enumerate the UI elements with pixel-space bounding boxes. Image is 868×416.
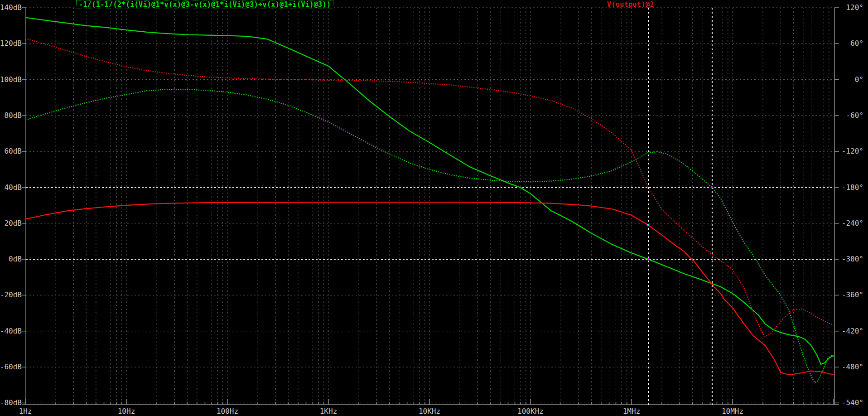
plot-canvas[interactable]: 140dB120dB100dB80dB60dB40dB20dB0dB-20dB-… [0,0,868,416]
y-left-label: 0dB [9,255,22,263]
x-axis-label: 100Hz [217,407,238,416]
waveform-viewer: 140dB120dB100dB80dB60dB40dB20dB0dB-20dB-… [0,0,868,416]
y-right-label: -240° [842,219,863,227]
cursor-intersection-marker [647,258,649,260]
y-right-label: -180° [842,183,863,192]
y-right-label: -540° [842,398,863,407]
y-left-label: 100dB [0,75,22,84]
cursor-intersection-marker [647,224,649,226]
x-axis-label: 100KHz [517,407,544,416]
y-right-label: -480° [842,363,863,371]
y-right-label: -420° [842,327,863,335]
y-right-label: 0° [855,75,863,84]
y-left-label: -40dB [0,327,22,335]
trace-label-output[interactable]: V(output)@2 [607,0,654,9]
trace-label-loop-expression[interactable]: -1/(1-1/(2*(i(Vi)@1*v(x)@3-v(x)@1*i(Vi)@… [76,0,333,9]
y-right-label: -60° [846,111,863,120]
x-axis-label: 10MHz [722,407,743,416]
y-left-label: -80dB [0,398,22,407]
y-left-label: 120dB [0,39,22,48]
x-axis-label: 1MHz [623,407,641,416]
y-right-label: -360° [842,290,863,299]
y-left-label: -20dB [0,290,22,299]
y-left-label: -60dB [0,363,22,371]
y-left-label: 40dB [4,183,22,192]
y-right-label: -300° [842,255,863,263]
plot-title-bar: -1/(1-1/(2*(i(Vi)@1*v(x)@3-v(x)@1*i(Vi)@… [0,0,868,9]
y-left-label: 80dB [4,111,22,120]
y-right-label: -120° [842,147,863,155]
plot-background [0,0,868,416]
y-right-label: 60° [850,39,863,48]
x-axis-label: 1Hz [19,407,32,416]
x-axis-label: 10Hz [118,407,135,416]
y-left-label: 60dB [4,147,22,155]
cursor-intersection-marker [711,187,713,189]
y-left-label: 20dB [4,219,22,227]
x-axis-label: 10KHz [419,407,440,416]
x-axis-label: 1KHz [320,407,338,416]
